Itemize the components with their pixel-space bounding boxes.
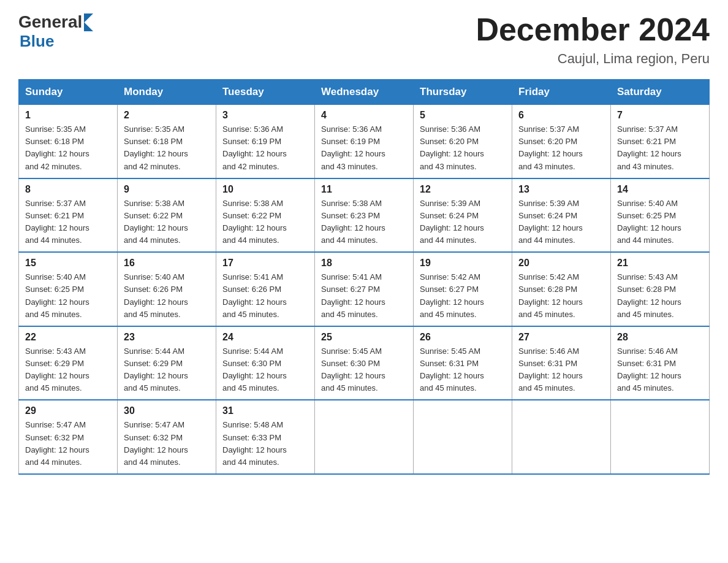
calendar-day-cell: 21 Sunrise: 5:43 AMSunset: 6:28 PMDaylig… bbox=[611, 252, 710, 326]
logo: General Blue bbox=[18, 12, 93, 51]
calendar-table: SundayMondayTuesdayWednesdayThursdayFrid… bbox=[18, 79, 710, 475]
day-number: 15 bbox=[25, 258, 111, 269]
day-number: 8 bbox=[25, 184, 111, 195]
day-number: 28 bbox=[617, 332, 703, 343]
calendar-day-cell: 22 Sunrise: 5:43 AMSunset: 6:29 PMDaylig… bbox=[19, 326, 118, 400]
calendar-day-cell: 5 Sunrise: 5:36 AMSunset: 6:20 PMDayligh… bbox=[414, 105, 512, 178]
day-number: 21 bbox=[617, 258, 703, 269]
calendar-day-cell: 10 Sunrise: 5:38 AMSunset: 6:22 PMDaylig… bbox=[216, 178, 315, 253]
day-info: Sunrise: 5:36 AMSunset: 6:20 PMDaylight:… bbox=[420, 123, 506, 173]
day-info: Sunrise: 5:35 AMSunset: 6:18 PMDaylight:… bbox=[124, 123, 210, 173]
day-info: Sunrise: 5:48 AMSunset: 6:33 PMDaylight:… bbox=[222, 419, 308, 469]
day-number: 26 bbox=[420, 332, 506, 343]
calendar-day-cell: 9 Sunrise: 5:38 AMSunset: 6:22 PMDayligh… bbox=[118, 178, 216, 253]
logo-arrow-bottom bbox=[84, 22, 93, 31]
day-info: Sunrise: 5:37 AMSunset: 6:20 PMDaylight:… bbox=[518, 123, 604, 173]
day-number: 12 bbox=[420, 184, 506, 195]
calendar-title: December 2024 bbox=[476, 12, 710, 47]
day-number: 30 bbox=[124, 405, 210, 416]
day-info: Sunrise: 5:41 AMSunset: 6:27 PMDaylight:… bbox=[321, 271, 407, 321]
day-number: 25 bbox=[321, 332, 407, 343]
day-info: Sunrise: 5:45 AMSunset: 6:30 PMDaylight:… bbox=[321, 345, 407, 395]
day-number: 14 bbox=[617, 184, 703, 195]
day-info: Sunrise: 5:41 AMSunset: 6:26 PMDaylight:… bbox=[222, 271, 308, 321]
day-info: Sunrise: 5:35 AMSunset: 6:18 PMDaylight:… bbox=[25, 123, 111, 173]
day-number: 29 bbox=[25, 405, 111, 416]
calendar-day-cell: 23 Sunrise: 5:44 AMSunset: 6:29 PMDaylig… bbox=[118, 326, 216, 400]
day-number: 19 bbox=[420, 258, 506, 269]
day-info: Sunrise: 5:42 AMSunset: 6:28 PMDaylight:… bbox=[518, 271, 604, 321]
day-number: 1 bbox=[25, 110, 111, 121]
day-info: Sunrise: 5:46 AMSunset: 6:31 PMDaylight:… bbox=[617, 345, 703, 395]
day-info: Sunrise: 5:43 AMSunset: 6:29 PMDaylight:… bbox=[25, 345, 111, 395]
header-monday: Monday bbox=[118, 80, 216, 105]
day-info: Sunrise: 5:45 AMSunset: 6:31 PMDaylight:… bbox=[420, 345, 506, 395]
calendar-day-cell: 2 Sunrise: 5:35 AMSunset: 6:18 PMDayligh… bbox=[118, 105, 216, 178]
calendar-day-cell: 1 Sunrise: 5:35 AMSunset: 6:18 PMDayligh… bbox=[19, 105, 118, 178]
day-info: Sunrise: 5:39 AMSunset: 6:24 PMDaylight:… bbox=[420, 197, 506, 247]
calendar-day-cell: 8 Sunrise: 5:37 AMSunset: 6:21 PMDayligh… bbox=[19, 178, 118, 253]
calendar-day-cell: 3 Sunrise: 5:36 AMSunset: 6:19 PMDayligh… bbox=[216, 105, 315, 178]
calendar-week-5: 29 Sunrise: 5:47 AMSunset: 6:32 PMDaylig… bbox=[19, 400, 710, 474]
calendar-day-cell: 26 Sunrise: 5:45 AMSunset: 6:31 PMDaylig… bbox=[414, 326, 512, 400]
title-section: December 2024 Caujul, Lima region, Peru bbox=[476, 12, 710, 67]
day-number: 5 bbox=[420, 110, 506, 121]
logo-arrow-top bbox=[84, 13, 93, 23]
page-header: General Blue December 2024 Caujul, Lima … bbox=[18, 12, 710, 67]
day-info: Sunrise: 5:40 AMSunset: 6:25 PMDaylight:… bbox=[617, 197, 703, 247]
calendar-day-cell: 15 Sunrise: 5:40 AMSunset: 6:25 PMDaylig… bbox=[19, 252, 118, 326]
calendar-day-cell: 19 Sunrise: 5:42 AMSunset: 6:27 PMDaylig… bbox=[414, 252, 512, 326]
logo-blue-text: Blue bbox=[20, 32, 54, 51]
day-info: Sunrise: 5:37 AMSunset: 6:21 PMDaylight:… bbox=[617, 123, 703, 173]
day-number: 23 bbox=[124, 332, 210, 343]
day-number: 16 bbox=[124, 258, 210, 269]
day-info: Sunrise: 5:43 AMSunset: 6:28 PMDaylight:… bbox=[617, 271, 703, 321]
calendar-week-2: 8 Sunrise: 5:37 AMSunset: 6:21 PMDayligh… bbox=[19, 178, 710, 253]
day-number: 20 bbox=[518, 258, 604, 269]
calendar-header-row: SundayMondayTuesdayWednesdayThursdayFrid… bbox=[19, 80, 710, 105]
day-number: 9 bbox=[124, 184, 210, 195]
day-info: Sunrise: 5:42 AMSunset: 6:27 PMDaylight:… bbox=[420, 271, 506, 321]
header-friday: Friday bbox=[512, 80, 611, 105]
day-number: 17 bbox=[222, 258, 308, 269]
header-thursday: Thursday bbox=[414, 80, 512, 105]
calendar-day-cell: 11 Sunrise: 5:38 AMSunset: 6:23 PMDaylig… bbox=[315, 178, 414, 253]
header-wednesday: Wednesday bbox=[315, 80, 414, 105]
day-info: Sunrise: 5:40 AMSunset: 6:26 PMDaylight:… bbox=[124, 271, 210, 321]
day-info: Sunrise: 5:39 AMSunset: 6:24 PMDaylight:… bbox=[518, 197, 604, 247]
day-number: 31 bbox=[222, 405, 308, 416]
calendar-day-cell bbox=[414, 400, 512, 474]
calendar-day-cell bbox=[315, 400, 414, 474]
day-info: Sunrise: 5:38 AMSunset: 6:22 PMDaylight:… bbox=[222, 197, 308, 247]
day-number: 4 bbox=[321, 110, 407, 121]
day-info: Sunrise: 5:38 AMSunset: 6:23 PMDaylight:… bbox=[321, 197, 407, 247]
calendar-day-cell: 28 Sunrise: 5:46 AMSunset: 6:31 PMDaylig… bbox=[611, 326, 710, 400]
day-info: Sunrise: 5:44 AMSunset: 6:29 PMDaylight:… bbox=[124, 345, 210, 395]
calendar-week-3: 15 Sunrise: 5:40 AMSunset: 6:25 PMDaylig… bbox=[19, 252, 710, 326]
day-number: 13 bbox=[518, 184, 604, 195]
day-info: Sunrise: 5:40 AMSunset: 6:25 PMDaylight:… bbox=[25, 271, 111, 321]
calendar-week-1: 1 Sunrise: 5:35 AMSunset: 6:18 PMDayligh… bbox=[19, 105, 710, 178]
calendar-day-cell bbox=[611, 400, 710, 474]
day-number: 6 bbox=[518, 110, 604, 121]
day-number: 10 bbox=[222, 184, 308, 195]
day-number: 7 bbox=[617, 110, 703, 121]
calendar-day-cell: 16 Sunrise: 5:40 AMSunset: 6:26 PMDaylig… bbox=[118, 252, 216, 326]
day-number: 27 bbox=[518, 332, 604, 343]
logo-general-text: General bbox=[18, 12, 82, 32]
day-info: Sunrise: 5:47 AMSunset: 6:32 PMDaylight:… bbox=[25, 419, 111, 469]
calendar-day-cell: 4 Sunrise: 5:36 AMSunset: 6:19 PMDayligh… bbox=[315, 105, 414, 178]
calendar-day-cell bbox=[512, 400, 611, 474]
day-number: 18 bbox=[321, 258, 407, 269]
calendar-day-cell: 7 Sunrise: 5:37 AMSunset: 6:21 PMDayligh… bbox=[611, 105, 710, 178]
calendar-day-cell: 12 Sunrise: 5:39 AMSunset: 6:24 PMDaylig… bbox=[414, 178, 512, 253]
calendar-day-cell: 29 Sunrise: 5:47 AMSunset: 6:32 PMDaylig… bbox=[19, 400, 118, 474]
calendar-day-cell: 25 Sunrise: 5:45 AMSunset: 6:30 PMDaylig… bbox=[315, 326, 414, 400]
calendar-day-cell: 17 Sunrise: 5:41 AMSunset: 6:26 PMDaylig… bbox=[216, 252, 315, 326]
header-sunday: Sunday bbox=[19, 80, 118, 105]
calendar-day-cell: 14 Sunrise: 5:40 AMSunset: 6:25 PMDaylig… bbox=[611, 178, 710, 253]
calendar-day-cell: 24 Sunrise: 5:44 AMSunset: 6:30 PMDaylig… bbox=[216, 326, 315, 400]
calendar-day-cell: 18 Sunrise: 5:41 AMSunset: 6:27 PMDaylig… bbox=[315, 252, 414, 326]
header-saturday: Saturday bbox=[611, 80, 710, 105]
day-number: 22 bbox=[25, 332, 111, 343]
